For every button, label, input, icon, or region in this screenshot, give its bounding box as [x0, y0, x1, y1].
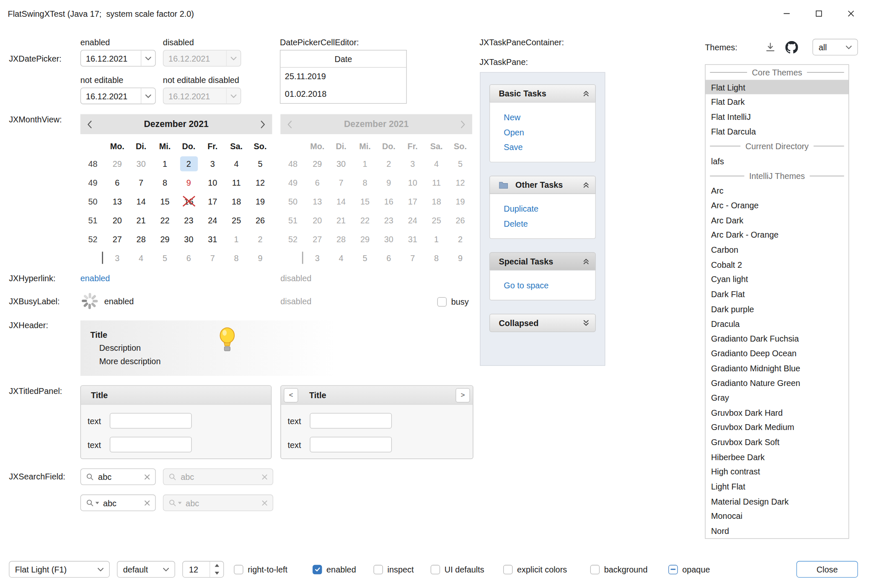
calendar-day[interactable]: 9 — [248, 249, 272, 267]
theme-item[interactable]: Arc — [706, 183, 848, 198]
checkbox-box[interactable] — [431, 565, 440, 574]
checkbox-background[interactable]: background — [590, 561, 648, 578]
calendar-day[interactable]: 31 — [201, 230, 225, 249]
double-chevron-down-icon[interactable] — [582, 319, 590, 326]
date-table-row[interactable]: 25.11.2019 — [280, 67, 406, 85]
calendar-day[interactable]: 29 — [153, 230, 177, 249]
close-button[interactable]: Close — [797, 561, 858, 578]
laf-combo[interactable]: Flat Light (F1) — [9, 561, 110, 578]
hyperlink-enabled[interactable]: enabled — [80, 273, 110, 282]
theme-item[interactable]: High contrast — [706, 464, 848, 479]
calendar-day[interactable]: 5 — [153, 249, 177, 267]
theme-item[interactable]: Nord — [706, 523, 848, 538]
calendar-day[interactable]: 30 — [129, 154, 153, 173]
taskpane-link[interactable]: Open — [504, 125, 595, 140]
date-table[interactable]: Date 25.11.2019 01.02.2018 — [280, 50, 407, 104]
taskpane-header[interactable]: Collapsed — [489, 314, 596, 332]
text-input[interactable] — [310, 437, 392, 452]
datepicker-field-noteditable[interactable]: 16.12.2021 — [80, 88, 156, 104]
calendar-day[interactable]: 1 — [153, 154, 177, 173]
theme-item[interactable]: Arc Dark — [706, 213, 848, 228]
calendar-day[interactable]: 7 — [129, 173, 153, 192]
double-chevron-up-icon[interactable] — [582, 181, 590, 189]
calendar-day[interactable]: 10 — [201, 173, 225, 192]
calendar-day[interactable]: 7 — [201, 249, 225, 267]
theme-item[interactable]: Arc Dark - Orange — [706, 228, 848, 242]
calendar-day[interactable]: 4 — [129, 249, 153, 267]
date-value[interactable]: 16.12.2021 — [81, 88, 141, 104]
double-chevron-up-icon[interactable] — [582, 90, 590, 97]
calendar-day[interactable]: 20 — [105, 211, 129, 230]
searchfield-dropdown-enabled[interactable]: abc — [80, 495, 156, 511]
taskpane-header[interactable]: Basic Tasks — [489, 84, 596, 103]
checkbox-box[interactable] — [374, 565, 383, 574]
calendar-day[interactable]: 30 — [177, 230, 201, 249]
calendar-day[interactable]: 16 — [177, 192, 201, 211]
theme-item[interactable]: Dark purple — [706, 302, 848, 316]
theme-item[interactable]: Hiberbee Dark — [706, 450, 848, 464]
magnifier-dropdown-icon[interactable] — [86, 499, 99, 507]
minimize-button[interactable] — [771, 0, 803, 26]
calendar-day[interactable]: 17 — [201, 192, 225, 211]
calendar-day[interactable]: 23 — [177, 211, 201, 230]
calendar-day[interactable]: 6 — [105, 173, 129, 192]
calendar-day[interactable]: 6 — [177, 249, 201, 267]
calendar-day[interactable]: 24 — [201, 211, 225, 230]
search-input[interactable]: abc — [98, 472, 140, 481]
theme-item[interactable]: Arc - Orange — [706, 198, 848, 212]
theme-item[interactable]: Flat IntelliJ — [706, 109, 848, 124]
calendar-day[interactable]: 9 — [177, 173, 201, 192]
theme-item[interactable]: lafs — [706, 154, 848, 168]
calendar-day[interactable]: 21 — [129, 211, 153, 230]
spinner-down-button[interactable] — [210, 569, 223, 577]
date-value[interactable]: 16.12.2021 — [81, 50, 141, 66]
calendar-day[interactable]: 13 — [105, 192, 129, 211]
theme-item[interactable]: Gray — [706, 390, 848, 405]
titled-panel-left-button[interactable]: < — [284, 388, 298, 402]
clear-x-icon[interactable] — [144, 500, 150, 506]
calendar-day[interactable]: 25 — [225, 211, 248, 230]
theme-item[interactable]: Gruvbox Dark Hard — [706, 405, 848, 420]
calendar-day[interactable]: 4 — [225, 154, 248, 173]
calendar-day[interactable]: 8 — [153, 173, 177, 192]
checkbox-busy[interactable]: busy — [437, 293, 469, 310]
checkbox-box[interactable] — [590, 565, 600, 574]
theme-item[interactable]: Gradianto Dark Fuchsia — [706, 331, 848, 346]
calendar-day[interactable]: 29 — [105, 154, 129, 173]
taskpane-header[interactable]: Other Tasks — [489, 176, 596, 194]
calendar-day[interactable]: 18 — [225, 192, 248, 211]
theme-item[interactable]: Flat Dark — [706, 94, 848, 109]
theme-item[interactable]: Material Design Dark — [706, 494, 848, 508]
calendar-day[interactable]: 2 — [177, 154, 201, 173]
date-table-row[interactable]: 01.02.2018 — [280, 85, 406, 103]
theme-item[interactable]: Flat Light — [706, 80, 848, 94]
calendar-day[interactable]: 14 — [129, 192, 153, 211]
calendar-day[interactable]: 27 — [105, 230, 129, 249]
calendar-day[interactable]: 5 — [248, 154, 272, 173]
search-input[interactable]: abc — [103, 498, 140, 507]
theme-item[interactable]: Gruvbox Dark Soft — [706, 435, 848, 449]
checkbox-opaque[interactable]: opaque — [668, 561, 710, 578]
text-input[interactable] — [310, 413, 392, 428]
calendar-day[interactable]: 19 — [248, 192, 272, 211]
theme-item[interactable]: Gradianto Midnight Blue — [706, 361, 848, 376]
theme-item[interactable]: Dracula — [706, 316, 848, 331]
theme-item[interactable]: Gruvbox Dark Medium — [706, 420, 848, 435]
spinner-up-button[interactable] — [210, 562, 223, 570]
calendar-day[interactable]: 3 — [105, 249, 129, 267]
taskpane-link[interactable]: New — [504, 110, 595, 125]
checkbox-box[interactable] — [437, 297, 447, 306]
github-icon[interactable] — [785, 41, 798, 54]
theme-item[interactable]: Cobalt 2 — [706, 257, 848, 272]
theme-item[interactable]: Cyan light — [706, 272, 848, 287]
calendar-day[interactable]: 3 — [201, 154, 225, 173]
checkbox-box[interactable] — [668, 565, 678, 574]
text-input[interactable] — [110, 413, 192, 428]
text-input[interactable] — [110, 437, 192, 452]
theme-item[interactable]: Dark Flat — [706, 287, 848, 301]
taskpane-header[interactable]: Special Tasks — [489, 252, 596, 271]
calendar-day[interactable]: 26 — [248, 211, 272, 230]
themes-list[interactable]: Core ThemesFlat LightFlat DarkFlat Intel… — [705, 64, 849, 539]
chevron-down-icon[interactable] — [141, 88, 155, 104]
theme-item[interactable]: Light Flat — [706, 479, 848, 494]
